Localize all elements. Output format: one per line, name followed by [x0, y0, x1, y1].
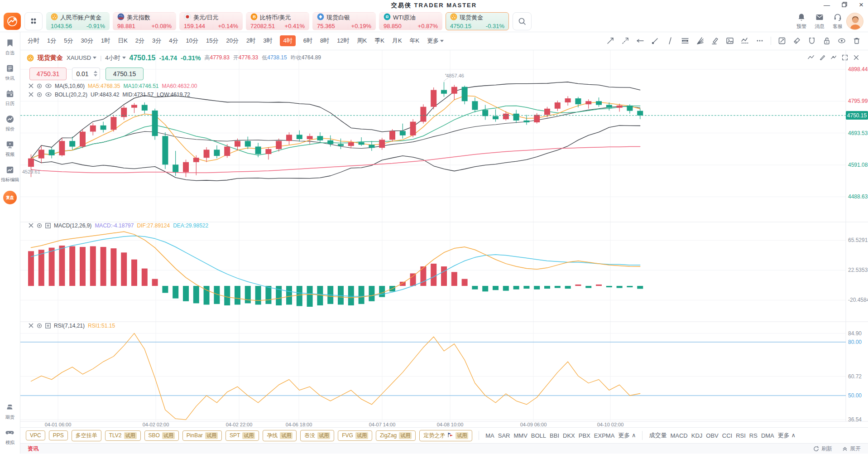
- timeframe-20分[interactable]: 20分: [226, 37, 238, 45]
- more-dots-icon[interactable]: [756, 37, 764, 45]
- overlay-indicator-BOLL[interactable]: BOLL: [531, 432, 546, 439]
- sidebar-item-期货[interactable]: 期货: [5, 403, 14, 420]
- timeframe-10分[interactable]: 10分: [186, 37, 198, 45]
- compare-mini-icon[interactable]: [830, 54, 837, 61]
- timeframe-more[interactable]: 更多: [427, 37, 444, 45]
- vertical-line-icon[interactable]: [666, 37, 674, 45]
- ticker-tab-现货白银[interactable]: 现货白银75.365+0.19%: [312, 12, 376, 30]
- eye-icon[interactable]: [45, 83, 52, 88]
- close-icon[interactable]: [29, 323, 34, 328]
- close-mini-icon[interactable]: [853, 54, 860, 61]
- overlay-indicator-SAR[interactable]: SAR: [498, 432, 510, 439]
- sidebar-item-日历[interactable]: 日历: [5, 89, 14, 107]
- expand-pane-icon[interactable]: [45, 223, 51, 228]
- eraser-icon[interactable]: [793, 37, 801, 45]
- ticker-tab-人民币账户黄金[interactable]: 人民币账户黄金1043.56-0.91%: [46, 12, 110, 30]
- search-button[interactable]: [513, 12, 532, 30]
- trash-icon[interactable]: [853, 37, 861, 45]
- unlock-icon[interactable]: [823, 37, 831, 45]
- timeframe-2分[interactable]: 2分: [135, 37, 144, 45]
- fibonacci-icon[interactable]: 0.618: [681, 37, 689, 45]
- pane-indicator-OBV[interactable]: OBV: [706, 432, 718, 439]
- pane-indicator-RSI[interactable]: RSI: [736, 432, 746, 439]
- action-消息[interactable]: 消息: [815, 13, 825, 30]
- sidebar-item-指标编辑[interactable]: 指标编辑: [1, 165, 19, 183]
- image-icon[interactable]: [726, 37, 734, 45]
- timeframe-季K[interactable]: 季K: [374, 37, 384, 45]
- timeframe-2时[interactable]: 2时: [246, 37, 255, 45]
- fullscreen-mini-icon[interactable]: [841, 54, 849, 61]
- pane-indicator-RS[interactable]: RS: [749, 432, 758, 439]
- gear-icon[interactable]: [37, 92, 42, 97]
- strategy-button-VPC[interactable]: VPC: [26, 430, 45, 440]
- close-icon[interactable]: [29, 223, 34, 228]
- strategy-button-SBO[interactable]: SBO试用: [144, 430, 179, 441]
- timeframe-8时[interactable]: 8时: [320, 37, 329, 45]
- ticker-tab-比特币/美元[interactable]: B比特币/美元72082.51+0.41%: [246, 12, 309, 30]
- sidebar-item-报价[interactable]: 报价: [5, 115, 14, 132]
- gear-icon[interactable]: [37, 83, 42, 89]
- gear-icon[interactable]: [37, 323, 42, 328]
- timeframe-月K[interactable]: 月K: [392, 37, 402, 45]
- candlestick-chart[interactable]: [20, 50, 868, 428]
- timeframe-6时[interactable]: 6时: [303, 37, 312, 45]
- pane-indicator-KDJ[interactable]: KDJ: [691, 432, 703, 439]
- ticker-tab-WTI原油[interactable]: WTI原油98.850+0.87%: [379, 12, 442, 30]
- timeframe-日K[interactable]: 日K: [118, 37, 128, 45]
- timeframe-15分[interactable]: 15分: [206, 37, 218, 45]
- arrow-line-icon[interactable]: [621, 37, 629, 45]
- strategy-button-ZigZag[interactable]: ZigZag试用: [376, 430, 416, 441]
- timeframe-周K[interactable]: 周K: [357, 37, 367, 45]
- brush-mini-icon[interactable]: [819, 54, 826, 61]
- ticker-tab-美元/日元[interactable]: 美元/日元159.144+0.14%: [179, 12, 243, 30]
- overlay-indicator-BBI[interactable]: BBI: [550, 432, 559, 439]
- action-客服[interactable]: 客服: [833, 13, 843, 30]
- strategy-button-PPS[interactable]: PPS: [49, 430, 68, 440]
- timeframe-1分[interactable]: 1分: [47, 37, 56, 45]
- pane-indicator-DMA[interactable]: DMA: [761, 432, 774, 439]
- gear-icon[interactable]: [37, 223, 42, 228]
- market-grid-button[interactable]: [24, 12, 43, 30]
- sidebar-item-模拟[interactable]: 模拟: [5, 428, 14, 446]
- wave-pattern-icon[interactable]: [741, 37, 749, 45]
- timeframe-4时[interactable]: 4时: [280, 35, 295, 46]
- overlay-indicator-MA[interactable]: MA: [485, 432, 494, 439]
- timeframe-5分[interactable]: 5分: [64, 37, 73, 45]
- qty-decrease[interactable]: [94, 74, 97, 77]
- restore-button[interactable]: [842, 1, 847, 9]
- overlay-indicator-DKX[interactable]: DKX: [563, 432, 575, 439]
- strategy-button-定势之矛[interactable]: 定势之矛试用: [419, 430, 472, 441]
- horizontal-line-icon[interactable]: [636, 37, 644, 45]
- symbol-code[interactable]: XAUUSD: [67, 54, 96, 61]
- strategy-button-SPT[interactable]: SPT试用: [225, 430, 259, 441]
- expand-pane-icon[interactable]: [45, 323, 51, 328]
- overlay-indicator-PBX[interactable]: PBX: [579, 432, 590, 439]
- timeframe-年K[interactable]: 年K: [410, 37, 420, 45]
- pane-more[interactable]: 更多 ∧: [778, 431, 796, 440]
- refresh-button[interactable]: 刷新: [813, 445, 832, 453]
- strategy-button-孕线[interactable]: 孕线试用: [263, 430, 297, 441]
- quantity-stepper[interactable]: 0.01: [72, 68, 100, 80]
- pane-indicator-成交量[interactable]: 成交量: [649, 431, 667, 440]
- timeframe-4分[interactable]: 4分: [169, 37, 178, 45]
- zigzag-mini-icon[interactable]: [807, 54, 815, 61]
- strategy-button-PinBar[interactable]: PinBar试用: [182, 430, 222, 441]
- ticker-tab-现货黄金[interactable]: 现货黄金4750.15-0.31%: [446, 12, 509, 30]
- overlay-more[interactable]: 更多 ∧: [618, 431, 636, 440]
- timeframe-30分[interactable]: 30分: [81, 37, 93, 45]
- timeframe-分时[interactable]: 分时: [28, 37, 39, 45]
- timeframe-1时[interactable]: 1时: [101, 37, 110, 45]
- sidebar-item-自选[interactable]: 自选: [5, 39, 14, 56]
- sidebar-item-快讯[interactable]: 快讯: [5, 64, 14, 82]
- strategy-button-吞没[interactable]: 吞没试用: [300, 430, 334, 441]
- sidebar-item-视频[interactable]: 视频: [5, 140, 14, 158]
- overlay-indicator-EXPMA[interactable]: EXPMA: [594, 432, 615, 439]
- minimize-button[interactable]: —: [824, 1, 830, 9]
- sidebar-item-复盘[interactable]: 复盘: [3, 191, 17, 204]
- close-button[interactable]: ×: [859, 1, 863, 9]
- timeframe-12时[interactable]: 12时: [337, 37, 349, 45]
- note-edit-icon[interactable]: [778, 37, 786, 45]
- news-tab[interactable]: 资讯: [28, 445, 38, 453]
- avatar[interactable]: [846, 13, 863, 30]
- eye-icon[interactable]: [838, 37, 846, 45]
